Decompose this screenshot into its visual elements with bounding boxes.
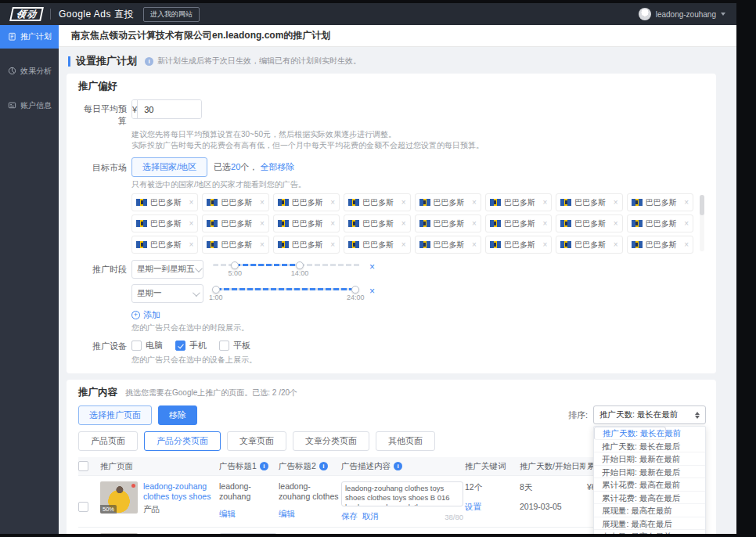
budget-input[interactable] bbox=[138, 100, 202, 118]
remove-tag-icon[interactable]: × bbox=[472, 198, 477, 207]
column-header-label: 推广页面 bbox=[100, 461, 133, 472]
cancel-link[interactable]: 取消 bbox=[362, 511, 379, 522]
enter-site-button[interactable]: 进入我的网站 bbox=[143, 7, 200, 22]
remove-tag-icon[interactable]: × bbox=[189, 240, 194, 249]
time-range-slider[interactable]: 5:0014:00 bbox=[213, 259, 360, 279]
country-tag-label: 巴巴多斯 bbox=[292, 197, 328, 208]
sidebar-item-账户信息[interactable]: 账户信息 bbox=[0, 94, 59, 117]
column-header-label: 推广关键词 bbox=[465, 461, 506, 472]
sort-select[interactable]: 推广天数: 最长在最前 bbox=[593, 405, 706, 424]
tab-其他页面[interactable]: 其他页面 bbox=[376, 431, 435, 451]
keywords-cell: 9个设置 bbox=[465, 533, 518, 534]
user-menu[interactable]: leadong-zouhang bbox=[639, 8, 725, 20]
edit-link[interactable]: 编辑 bbox=[219, 509, 236, 518]
country-tag: 巴巴多斯× bbox=[131, 236, 198, 254]
remove-tag-icon[interactable]: × bbox=[260, 219, 265, 228]
sort-option[interactable]: 推广天数: 最长在最前 bbox=[594, 427, 666, 440]
tab-产品页面[interactable]: 产品页面 bbox=[78, 431, 138, 451]
slider-handle-end[interactable] bbox=[296, 261, 304, 269]
tab-文章页面[interactable]: 文章页面 bbox=[227, 431, 286, 451]
sort-option[interactable]: 推广天数: 最长在最后 bbox=[594, 440, 705, 453]
day-select[interactable]: 星期一到星期五 bbox=[131, 260, 203, 279]
remove-tag-icon[interactable]: × bbox=[542, 219, 547, 228]
remove-tag-icon[interactable]: × bbox=[260, 240, 265, 249]
ad-description-edit-box[interactable]: leadong-zouhang clothes toys shoes cloth… bbox=[341, 481, 463, 506]
remove-tag-icon[interactable]: × bbox=[614, 198, 618, 207]
remove-tag-icon[interactable]: × bbox=[189, 198, 194, 207]
sort-option[interactable]: 开始日期: 最新在最前 bbox=[594, 452, 705, 466]
sort-option[interactable]: 累计花费: 最高在最前 bbox=[594, 478, 705, 492]
device-label: 推广设备 bbox=[78, 338, 127, 352]
sort-option[interactable]: 展现量: 最高在最前 bbox=[594, 504, 705, 517]
country-tag-label: 巴巴多斯 bbox=[434, 218, 470, 229]
page-link[interactable]: leadong-zouhang clothes toys shoes cloth… bbox=[143, 481, 218, 502]
country-tag: 巴巴多斯× bbox=[627, 214, 693, 232]
sort-option[interactable]: 开始日期: 最新在最后 bbox=[594, 466, 705, 479]
sort-option[interactable]: 展现量: 最高在最后 bbox=[594, 517, 705, 531]
tab-文章分类页面[interactable]: 文章分类页面 bbox=[293, 431, 369, 451]
remove-tag-icon[interactable]: × bbox=[472, 240, 477, 249]
remove-tag-icon[interactable]: × bbox=[401, 198, 406, 207]
discount-badge: 50% bbox=[100, 505, 117, 514]
add-schedule-button[interactable]: + 添加 bbox=[131, 309, 704, 321]
remove-tag-icon[interactable]: × bbox=[684, 198, 689, 207]
tab-产品分类页面[interactable]: 产品分类页面 bbox=[144, 431, 221, 451]
remove-tag-icon[interactable]: × bbox=[401, 240, 406, 249]
remove-all-link[interactable]: 全部移除 bbox=[260, 162, 294, 171]
country-tag-label: 巴巴多斯 bbox=[221, 197, 257, 208]
sort-option[interactable]: 累计花费: 最高在最后 bbox=[594, 492, 705, 505]
sidebar-item-效果分析[interactable]: 效果分析 bbox=[0, 59, 59, 83]
remove-pages-button[interactable]: 移除 bbox=[158, 405, 197, 425]
remove-tag-icon[interactable]: × bbox=[614, 219, 618, 228]
remove-tag-icon[interactable]: × bbox=[189, 219, 194, 228]
device-checkbox-电脑[interactable]: 电脑 bbox=[131, 340, 163, 351]
sort-option[interactable]: 点击量: 最高在最前 bbox=[594, 530, 705, 534]
schedule-row: 星期一1:0024:00× bbox=[131, 283, 375, 304]
remove-tag-icon[interactable]: × bbox=[330, 198, 335, 207]
remove-tag-icon[interactable]: × bbox=[684, 219, 689, 228]
device-checkbox-平板[interactable]: 平板 bbox=[219, 340, 250, 351]
sidebar-item-推广计划[interactable]: 推广计划 bbox=[0, 25, 59, 49]
device-checkbox-手机[interactable]: 手机 bbox=[175, 340, 207, 351]
set-keywords-link[interactable]: 设置 bbox=[465, 502, 481, 511]
save-link[interactable]: 保存 bbox=[341, 511, 358, 522]
day-select[interactable]: 星期一 bbox=[131, 284, 203, 303]
remove-tag-icon[interactable]: × bbox=[542, 240, 547, 249]
budget-input-group: ¥ bbox=[131, 99, 202, 119]
row-checkbox[interactable] bbox=[78, 502, 88, 512]
ad-title1-edit-box[interactable]: leadong-zouhang clothes toys ... bbox=[219, 533, 277, 534]
slider-handle-start[interactable] bbox=[231, 261, 239, 269]
section-note: 新计划生成后将于次日生效，编辑已有的计划则实时生效。 bbox=[157, 56, 361, 67]
page-link[interactable]: leadong-zouhang clothes toys bbox=[143, 533, 218, 534]
product-name: Google Ads 直投 bbox=[59, 8, 134, 21]
flag-icon bbox=[490, 199, 501, 206]
keywords-count: 12个 bbox=[465, 481, 518, 493]
edit-link[interactable]: 编辑 bbox=[279, 509, 295, 518]
remove-tag-icon[interactable]: × bbox=[542, 198, 547, 207]
remove-tag-icon[interactable]: × bbox=[330, 240, 335, 249]
time-range-slider[interactable]: 1:0024:00 bbox=[213, 283, 360, 304]
info-icon[interactable]: i bbox=[260, 462, 268, 470]
header-checkbox[interactable] bbox=[78, 461, 88, 471]
remove-tag-icon[interactable]: × bbox=[401, 219, 406, 228]
selected-count-text: 已选20个， 全部移除 bbox=[214, 161, 294, 173]
remove-tag-icon[interactable]: × bbox=[472, 219, 477, 228]
info-icon[interactable]: i bbox=[319, 462, 328, 470]
market-label: 目标市场 bbox=[78, 157, 127, 174]
slider-handle-end[interactable] bbox=[351, 286, 359, 294]
remove-tag-icon[interactable]: × bbox=[684, 240, 689, 249]
remove-schedule-icon[interactable]: × bbox=[369, 262, 375, 272]
select-pages-button[interactable]: 选择推广页面 bbox=[78, 405, 152, 425]
remove-tag-icon[interactable]: × bbox=[614, 240, 618, 249]
select-country-button[interactable]: 选择国家/地区 bbox=[131, 157, 207, 177]
remove-tag-icon[interactable]: × bbox=[330, 219, 335, 228]
checkbox bbox=[219, 341, 229, 351]
tags-scrollbar[interactable] bbox=[700, 195, 704, 251]
info-icon[interactable]: i bbox=[394, 462, 402, 470]
slider-handle-start[interactable] bbox=[212, 286, 220, 294]
remove-tag-icon[interactable]: × bbox=[260, 198, 265, 207]
remove-schedule-icon[interactable]: × bbox=[369, 287, 375, 296]
sort-dropdown-menu: 推广天数: 最长在最前推广天数: 最长在最后开始日期: 最新在最前开始日期: 最… bbox=[593, 426, 706, 534]
country-tag: 巴巴多斯× bbox=[273, 214, 340, 232]
flag-icon bbox=[419, 199, 430, 206]
